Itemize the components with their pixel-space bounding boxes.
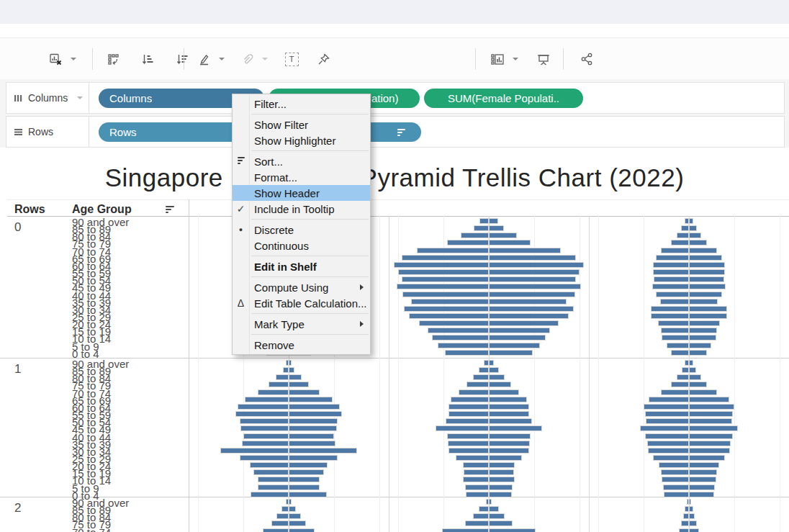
male-population-bar[interactable] [679,528,689,532]
male-population-bar[interactable] [647,441,689,446]
female-population-bar[interactable] [489,367,499,373]
female-population-bar[interactable] [289,455,338,461]
female-population-bar[interactable] [489,382,511,387]
female-population-bar[interactable] [289,367,294,373]
female-population-bar[interactable] [489,506,499,512]
menu-item-compute-using[interactable]: Compute Using [233,279,370,295]
male-population-bar[interactable] [402,292,489,297]
female-population-bar[interactable] [489,418,532,424]
female-population-bar[interactable] [689,528,699,532]
female-population-bar[interactable] [689,411,733,417]
female-population-bar[interactable] [489,441,530,446]
male-population-bar[interactable] [269,382,289,387]
male-population-bar[interactable] [645,411,689,417]
text-label-icon[interactable]: T [281,47,302,71]
female-population-bar[interactable] [689,389,717,395]
female-population-bar[interactable] [489,320,559,326]
male-population-bar[interactable] [651,313,689,319]
male-population-bar[interactable] [658,320,689,326]
female-population-bar[interactable] [689,433,733,439]
male-population-bar[interactable] [671,350,689,356]
female-population-bar[interactable] [289,484,320,490]
menu-item-show-highlighter[interactable]: Show Highlighter [233,132,370,148]
male-population-bar[interactable] [645,433,689,439]
male-population-bar[interactable] [463,477,489,482]
female-population-bar[interactable] [489,433,531,439]
female-population-bar[interactable] [689,469,717,475]
male-population-bar[interactable] [448,441,489,446]
female-population-bar[interactable] [489,499,492,505]
male-population-bar[interactable] [258,484,289,490]
female-population-bar[interactable] [689,520,697,526]
female-population-bar[interactable] [289,448,357,454]
male-population-bar[interactable] [656,292,689,297]
male-population-bar[interactable] [649,397,689,402]
female-population-bar[interactable] [689,462,719,468]
male-population-bar[interactable] [417,248,489,253]
female-population-bar[interactable] [689,240,707,245]
female-population-bar[interactable] [689,262,725,268]
female-population-bar[interactable] [489,343,540,348]
female-population-bar[interactable] [689,284,726,289]
male-population-bar[interactable] [681,520,689,526]
male-population-bar[interactable] [651,306,689,312]
menu-item-edit-table-calculation[interactable]: ΔEdit Table Calculation... [233,295,370,311]
male-population-bar[interactable] [448,411,489,417]
female-population-bar[interactable] [689,441,731,446]
sort-descending-icon[interactable] [171,47,193,71]
female-population-bar[interactable] [689,397,729,402]
female-population-bar[interactable] [689,328,717,333]
male-population-bar[interactable] [411,299,489,305]
male-population-bar[interactable] [258,389,289,395]
female-population-bar[interactable] [689,455,725,461]
female-population-bar[interactable] [689,299,718,305]
female-population-bar[interactable] [489,233,517,238]
male-population-bar[interactable] [271,520,289,526]
pin-icon[interactable] [312,47,334,71]
male-population-bar[interactable] [473,513,489,519]
female-population-bar[interactable] [289,528,315,532]
female-population-bar[interactable] [289,360,292,366]
male-population-bar[interactable] [681,225,689,231]
male-population-bar[interactable] [653,269,689,275]
menu-item-discrete[interactable]: ●Discrete [233,222,370,238]
female-population-bar[interactable] [289,492,327,497]
male-population-bar[interactable] [253,469,289,475]
menu-item-format[interactable]: Format... [233,169,370,185]
female-population-bar[interactable] [689,255,722,261]
female-population-bar[interactable] [489,462,515,468]
female-population-bar[interactable] [689,360,693,366]
male-population-bar[interactable] [446,418,489,424]
presentation-mode-icon[interactable] [533,47,554,71]
female-population-bar[interactable] [689,418,732,424]
female-population-bar[interactable] [489,448,529,454]
female-population-bar[interactable] [489,455,522,461]
sort-ascending-icon[interactable] [137,47,158,71]
female-population-bar[interactable] [689,506,693,512]
male-population-bar[interactable] [466,492,489,497]
female-population-bar[interactable] [489,389,519,395]
female-population-bar[interactable] [689,499,691,505]
male-population-bar[interactable] [240,455,289,461]
female-population-bar[interactable] [689,218,693,224]
female-population-bar[interactable] [489,492,512,497]
male-population-bar[interactable] [465,520,489,526]
columns-shelf-caret-icon[interactable] [77,96,83,99]
male-population-bar[interactable] [479,367,489,373]
male-population-bar[interactable] [479,506,489,512]
male-population-bar[interactable] [677,374,689,380]
female-population-bar[interactable] [489,240,531,245]
female-population-bar[interactable] [289,397,333,402]
clear-sheet-icon[interactable] [45,47,66,71]
female-population-bar[interactable] [289,404,340,410]
female-population-bar[interactable] [289,382,309,387]
male-population-bar[interactable] [402,255,489,261]
male-population-bar[interactable] [447,240,489,245]
male-population-bar[interactable] [251,492,289,497]
male-population-bar[interactable] [419,320,489,326]
female-population-bar[interactable] [489,425,542,431]
male-population-bar[interactable] [242,441,289,446]
male-population-bar[interactable] [474,225,489,231]
female-population-bar[interactable] [289,389,320,395]
female-population-bar[interactable] [689,233,701,238]
